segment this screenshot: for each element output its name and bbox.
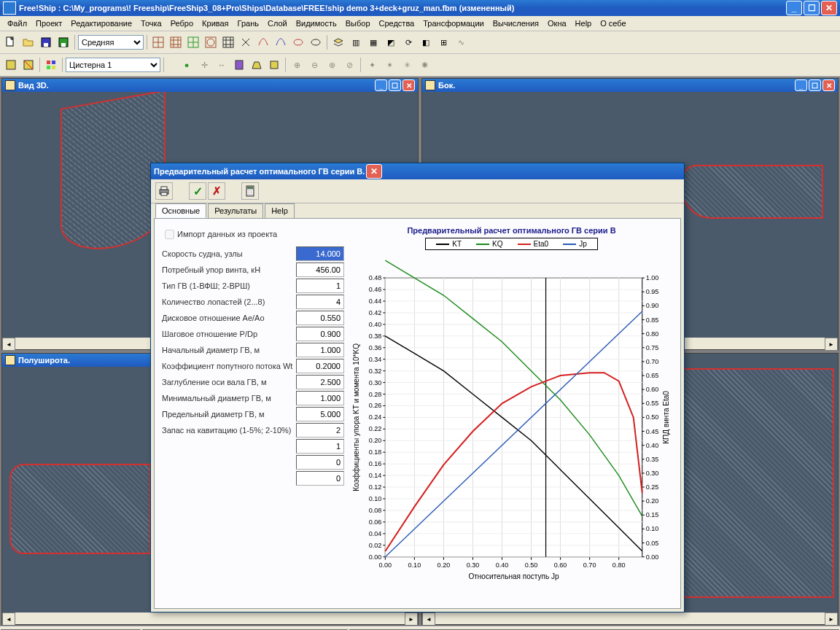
grid3-icon[interactable] [185,34,201,50]
grid5-icon[interactable] [220,34,236,50]
t2-b-icon[interactable] [20,57,36,73]
save-icon[interactable] [38,34,54,50]
t2-l-icon[interactable]: ⊖ [306,57,322,73]
t2-k-icon[interactable]: ⊕ [289,57,305,73]
save-green-icon[interactable] [55,34,71,50]
t2-j-icon[interactable] [266,57,282,73]
minimize-button[interactable]: _ [786,1,802,15]
tab-help[interactable]: Help [265,203,295,218]
svg-text:0.20: 0.20 [646,497,659,505]
tool-c-icon[interactable]: ◩ [383,34,399,50]
curve3-icon[interactable] [290,34,306,50]
hscrollbar[interactable]: ◄► [2,612,418,624]
t2-i-icon[interactable] [249,57,265,73]
vp-close-button[interactable]: ✕ [402,79,415,91]
field-input[interactable] [296,262,344,277]
tank-combo[interactable]: Цистерна 1 [66,58,160,72]
t2-a-icon[interactable] [3,57,19,73]
t2-f-icon[interactable]: ✛ [196,57,212,73]
menu-окна[interactable]: Окна [543,19,571,28]
vp-max-button[interactable]: ☐ [809,79,821,91]
t2-q-icon[interactable]: ✳ [399,57,415,73]
tool-b-icon[interactable]: ▦ [365,34,381,50]
open-icon[interactable] [20,34,36,50]
dialog-close-button[interactable]: ✕ [366,164,382,179]
menu-ребро[interactable]: Ребро [166,19,198,28]
t2-m-icon[interactable]: ⊗ [324,57,340,73]
vp-min-button[interactable]: _ [795,79,807,91]
tab-main[interactable]: Основные [155,203,206,218]
t2-r-icon[interactable]: ✺ [416,57,432,73]
tool-a-icon[interactable]: ▥ [348,34,364,50]
menu-вычисления[interactable]: Вычисления [489,19,543,28]
maximize-button[interactable]: ☐ [804,1,820,15]
menu-слой[interactable]: Слой [263,19,292,28]
field-input[interactable] [296,455,344,470]
t2-p-icon[interactable]: ✶ [381,57,397,73]
t2-g-icon[interactable]: ↔ [214,57,230,73]
vp-max-button[interactable]: ☐ [389,79,401,91]
field-input[interactable] [296,295,344,309]
new-icon[interactable] [3,34,19,50]
menu-файл[interactable]: Файл [3,19,31,28]
menu-видимость[interactable]: Видимость [292,19,341,28]
calc-icon[interactable] [241,182,259,200]
menu-help[interactable]: Help [571,19,596,28]
field-input[interactable] [296,423,344,438]
svg-text:0.04: 0.04 [369,530,382,537]
statusbar: Undo память : 0 Kb. Узел. расстояние: 0.… [0,626,840,630]
menu-кривая[interactable]: Кривая [198,19,233,28]
field-input[interactable] [296,439,344,454]
menu-средства[interactable]: Средства [375,19,419,28]
form-row: Количество лопастей (2...8) [162,294,344,310]
field-input[interactable] [296,391,344,405]
hscrollbar[interactable]: ◄► [422,612,838,624]
svg-text:0.22: 0.22 [369,425,382,432]
field-input[interactable] [296,279,344,293]
field-input[interactable] [296,407,344,421]
t2-h-icon[interactable] [231,57,247,73]
tool-f-icon[interactable]: ⊞ [435,34,451,50]
grid2-icon[interactable] [168,34,184,50]
tool-g-icon[interactable]: ∿ [453,34,469,50]
t2-o-icon[interactable]: ✦ [364,57,380,73]
close-button[interactable]: ✕ [821,1,837,15]
t2-n-icon[interactable]: ⊘ [341,57,357,73]
menu-точка[interactable]: Точка [136,19,166,28]
menu-проект[interactable]: Проект [31,19,66,28]
svg-text:0.50: 0.50 [646,413,659,421]
menu-выбор[interactable]: Выбор [341,19,375,28]
curve4-icon[interactable] [308,34,324,50]
vp-min-button[interactable]: _ [375,79,387,91]
field-input[interactable] [296,343,344,357]
svg-text:0.08: 0.08 [369,507,382,514]
cancel-icon[interactable]: ✗ [208,182,225,200]
print-icon[interactable] [155,182,173,200]
tool-e-icon[interactable]: ◧ [418,34,434,50]
menu-грань[interactable]: Грань [233,19,263,28]
field-input[interactable] [296,327,344,341]
grid6-icon[interactable] [238,34,254,50]
tool-d-icon[interactable]: ⟳ [400,34,416,50]
svg-text:0.00: 0.00 [369,553,382,561]
vp-close-button[interactable]: ✕ [822,79,835,91]
field-input[interactable] [296,311,344,325]
ok-icon[interactable]: ✓ [189,182,206,200]
field-input[interactable] [296,471,344,486]
menu-редактирование[interactable]: Редактирование [66,19,136,28]
grid1-icon[interactable] [150,34,166,50]
curve2-icon[interactable] [273,34,289,50]
import-checkbox[interactable] [165,230,174,239]
layers-icon[interactable] [330,34,346,50]
menu-о себе[interactable]: О себе [596,19,630,28]
field-input[interactable] [296,246,344,261]
quality-combo[interactable]: Средняя [78,35,144,50]
menu-трансформации[interactable]: Трансформации [419,19,488,28]
grid4-icon[interactable] [203,34,219,50]
t2-c-icon[interactable] [43,57,59,73]
curve1-icon[interactable] [255,34,271,50]
field-input[interactable] [296,375,344,389]
field-input[interactable] [296,359,344,373]
tab-results[interactable]: Результаты [208,203,263,218]
t2-e-icon[interactable]: ● [179,57,195,73]
